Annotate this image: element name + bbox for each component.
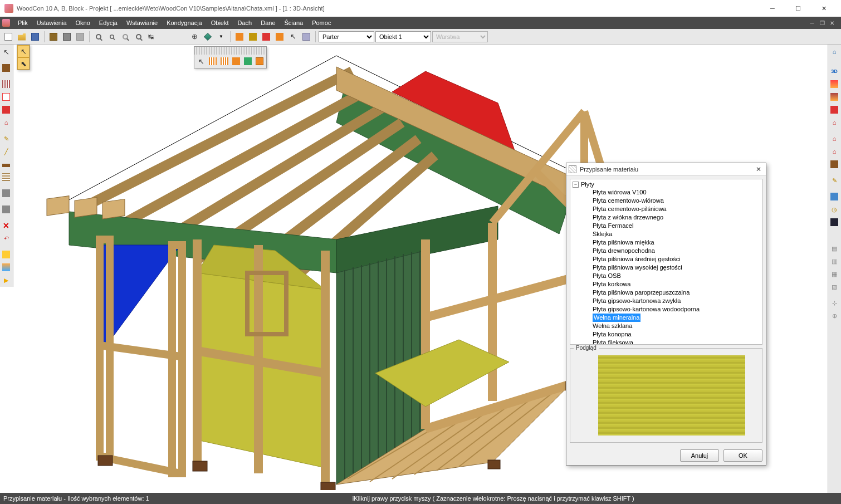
maximize-button[interactable]: ☐: [785, 0, 811, 17]
rt-house3-button[interactable]: ⌂: [828, 145, 840, 158]
menu-okno[interactable]: Okno: [71, 17, 95, 29]
lt-wall-button[interactable]: [0, 62, 12, 74]
rt-view3-button[interactable]: [828, 104, 840, 116]
floating-selection-toolbar[interactable]: ↖ ⬉: [17, 45, 30, 70]
rt-import-button[interactable]: [828, 190, 840, 203]
lt-misc2-button[interactable]: [0, 203, 12, 216]
dialog-close-button[interactable]: ✕: [754, 165, 764, 174]
print-preview-button[interactable]: [74, 31, 86, 43]
lt-misc1-button[interactable]: [0, 187, 12, 199]
lt-play-button[interactable]: ▶: [0, 274, 12, 286]
lt-undo-button[interactable]: ↶: [0, 232, 12, 244]
tool-f-button[interactable]: [300, 31, 312, 43]
fmid-grid3-button[interactable]: [231, 56, 242, 67]
menu-dach[interactable]: Dach: [233, 17, 257, 29]
fsel-cursor-button[interactable]: ↖: [17, 45, 30, 57]
cancel-button[interactable]: Anuluj: [680, 449, 719, 462]
tree-item[interactable]: Płyta fileksowa: [570, 339, 762, 345]
menu-edycja[interactable]: Edycja: [95, 17, 122, 29]
mdi-close-button[interactable]: ✕: [828, 19, 837, 27]
tree-root-item[interactable]: − Płyty: [570, 180, 762, 188]
save-as-button[interactable]: [47, 31, 60, 43]
tree-item[interactable]: Płyta drewnopochodna: [570, 247, 762, 255]
tool-c-button[interactable]: [260, 31, 272, 43]
tool-e-button[interactable]: ↖: [287, 31, 299, 43]
pan-button[interactable]: ↹: [146, 31, 158, 43]
rt-align3-button[interactable]: ▦: [828, 268, 840, 280]
fmid-cursor-button[interactable]: ↖: [195, 56, 207, 67]
lt-delete-button[interactable]: ✕: [0, 219, 12, 232]
object-combo[interactable]: Obiekt 1: [375, 31, 431, 42]
rt-snap2-button[interactable]: ⊕: [828, 310, 840, 322]
mdi-restore-button[interactable]: ❐: [818, 19, 827, 27]
rt-align1-button[interactable]: ▤: [828, 242, 840, 255]
lt-cell-button[interactable]: [0, 91, 12, 103]
zoom-fit-button[interactable]: [119, 31, 131, 43]
rt-3d-button[interactable]: 3D: [828, 65, 840, 77]
tool-d-button[interactable]: [273, 31, 286, 43]
floor-combo[interactable]: Parter: [319, 31, 374, 42]
fmid-green-button[interactable]: [242, 56, 253, 67]
tree-item[interactable]: Płyta cementowo-wiórowa: [570, 197, 762, 205]
tree-item[interactable]: Płyta pilśniowa miękka: [570, 238, 762, 247]
rt-panel-button[interactable]: [828, 158, 840, 170]
lt-grid-button[interactable]: [0, 78, 12, 90]
minimize-button[interactable]: ─: [760, 0, 785, 17]
fmid-grid2-button[interactable]: [219, 56, 230, 67]
tree-item[interactable]: Płyta gipsowo-kartonowa zwykła: [570, 297, 762, 305]
lt-fill-button[interactable]: [0, 104, 12, 116]
rt-align2-button[interactable]: ▥: [828, 255, 840, 267]
material-tree[interactable]: − Płyty Płyta wiórowa V100Płyta cementow…: [570, 179, 762, 345]
rt-house2-button[interactable]: ⌂: [828, 133, 840, 145]
menu-kondygnacja[interactable]: Kondygnacja: [162, 17, 207, 29]
ok-button[interactable]: OK: [723, 449, 762, 462]
rt-snap1-button[interactable]: ⊹: [828, 297, 840, 309]
view-dropdown-button[interactable]: ▼: [215, 31, 227, 43]
tree-item[interactable]: Płyta pilśniowa średniej gęstości: [570, 255, 762, 263]
rt-pencil-button[interactable]: ✎: [828, 174, 840, 187]
tree-item[interactable]: Płyta konopna: [570, 330, 762, 339]
tree-item[interactable]: Płyta pilśniowa wysokiej gęstości: [570, 263, 762, 272]
tree-item[interactable]: Płyta OSB: [570, 272, 762, 280]
snap-button[interactable]: ⊕: [188, 31, 201, 43]
open-button[interactable]: [16, 31, 28, 43]
close-button[interactable]: ✕: [811, 0, 837, 17]
zoom-out-button[interactable]: [106, 31, 118, 43]
menu-pomoc[interactable]: Pomoc: [307, 17, 335, 29]
fmid-apply-button[interactable]: [254, 56, 265, 67]
lt-layer-button[interactable]: [0, 261, 12, 273]
lt-house-button[interactable]: ⌂: [0, 116, 12, 129]
floating-edit-toolbar[interactable]: ↖: [194, 46, 267, 68]
zoom-in-button[interactable]: [92, 31, 105, 43]
fmid-grid1-button[interactable]: [207, 56, 218, 67]
tree-item[interactable]: Płyta Fermacel: [570, 222, 762, 230]
rt-house1-button[interactable]: ⌂: [828, 116, 840, 129]
rt-align4-button[interactable]: ▧: [828, 281, 840, 293]
view3d-button[interactable]: [202, 31, 214, 43]
menu-ustawienia[interactable]: Ustawienia: [32, 17, 71, 29]
tool-a-button[interactable]: [233, 31, 246, 43]
tree-item[interactable]: Sklejka: [570, 230, 762, 238]
lt-line-button[interactable]: ╱: [0, 145, 12, 158]
menu-dane[interactable]: Dane: [256, 17, 280, 29]
tool-b-button[interactable]: [247, 31, 259, 43]
rt-view2-button[interactable]: [828, 91, 840, 103]
tree-item[interactable]: Płyta pilśniowa paroprzepuszczalna: [570, 288, 762, 297]
menu-sciana[interactable]: Ściana: [280, 17, 308, 29]
fsel-pick-button[interactable]: ⬉: [17, 57, 30, 70]
tree-item[interactable]: Wełna mineralna: [593, 314, 640, 322]
rt-view1-button[interactable]: [828, 78, 840, 90]
menu-wstawianie[interactable]: Wstawianie: [122, 17, 162, 29]
zoom-window-button[interactable]: [133, 31, 145, 43]
tree-collapse-icon[interactable]: −: [573, 182, 579, 188]
menu-plik[interactable]: Plik: [13, 17, 32, 29]
tree-item[interactable]: Płyta korkowa: [570, 280, 762, 288]
tree-item[interactable]: Płyta cementowo-pilśniowa: [570, 205, 762, 213]
dialog-titlebar[interactable]: Przypisanie materiału ✕: [566, 163, 766, 175]
new-button[interactable]: [2, 31, 14, 43]
rt-night-button[interactable]: [828, 216, 840, 228]
tree-item[interactable]: Płyta wiórowa V100: [570, 188, 762, 197]
tree-item[interactable]: Płyta z włókna drzewnego: [570, 213, 762, 222]
lt-hatch-button[interactable]: [0, 171, 12, 183]
lt-pencil-button[interactable]: ✎: [0, 133, 12, 145]
